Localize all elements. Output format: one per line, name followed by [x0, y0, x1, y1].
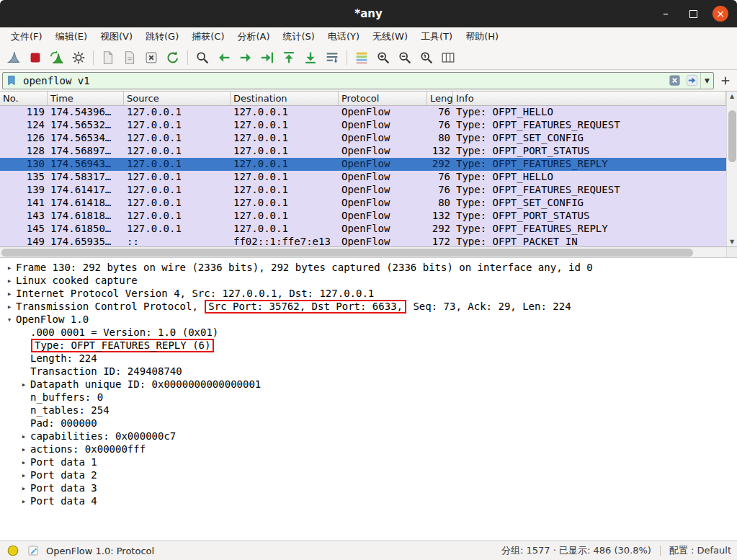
profile-text[interactable]: 配置 : Default [669, 544, 731, 557]
menu-item[interactable]: 视图(V) [94, 28, 139, 45]
packet-row-124[interactable]: 124174.56532…127.0.0.1127.0.0.1OpenFlow7… [0, 119, 726, 132]
capture-restart-button[interactable] [46, 48, 68, 68]
display-filter-input[interactable] [22, 75, 666, 86]
menu-item[interactable]: 跳转(G) [139, 28, 185, 45]
menu-item[interactable]: 捕获(C) [185, 28, 231, 45]
auto-scroll-button[interactable] [321, 48, 343, 68]
expander-right-icon[interactable]: ▸ [3, 302, 16, 311]
scroll-down-icon[interactable]: ▼ [727, 239, 737, 245]
detail-line[interactable]: n_buffers: 0 [0, 391, 737, 404]
zoom-original-button[interactable] [416, 48, 437, 68]
filter-bookmark-icon[interactable] [3, 73, 22, 89]
detail-line[interactable]: ▸Datapath unique ID: 0x0000000000000001 [0, 378, 737, 391]
expander-right-icon[interactable]: ▸ [17, 484, 30, 493]
detail-line[interactable]: Type: OFPT_FEATURES_REPLY (6) [0, 339, 737, 352]
detail-line[interactable]: ▸Port data 1 [0, 455, 737, 468]
minimize-button[interactable]: – [658, 6, 674, 22]
menu-item[interactable]: 无线(W) [366, 28, 414, 45]
menu-item[interactable]: 编辑(E) [49, 28, 94, 45]
column-header-info[interactable]: Info [453, 92, 726, 105]
detail-line[interactable]: n_tables: 254 [0, 404, 737, 417]
expander-right-icon[interactable]: ▸ [17, 497, 30, 506]
open-file-button[interactable] [97, 48, 119, 68]
expander-right-icon[interactable]: ▸ [17, 432, 30, 441]
detail-line[interactable]: ▸Linux cooked capture [0, 274, 737, 287]
vscroll-thumb[interactable] [728, 110, 736, 162]
column-header-time[interactable]: Time [48, 92, 124, 105]
column-header-protocol[interactable]: Protocol [339, 92, 427, 105]
detail-line[interactable]: ▸Internet Protocol Version 4, Src: 127.0… [0, 287, 737, 300]
expander-right-icon[interactable]: ▸ [17, 458, 30, 467]
column-header-source[interactable]: Source [124, 92, 231, 105]
detail-line[interactable]: Length: 224 [0, 352, 737, 365]
clear-filter-button[interactable] [666, 73, 683, 89]
menu-item[interactable]: 帮助(H) [459, 28, 505, 45]
resize-columns-button[interactable] [437, 48, 459, 68]
expander-down-icon[interactable]: ▾ [3, 315, 16, 324]
titlebar[interactable]: *any – × [0, 0, 737, 27]
menu-item[interactable]: 统计(S) [277, 28, 321, 45]
expander-right-icon[interactable]: ▸ [17, 445, 30, 454]
hscroll-thumb[interactable] [1, 249, 693, 257]
detail-line[interactable]: ▸actions: 0x00000fff [0, 443, 737, 455]
column-header-length[interactable]: Length [427, 92, 453, 105]
menu-item[interactable]: 工具(T) [414, 28, 459, 45]
zoom-out-button[interactable] [394, 48, 416, 68]
zoom-in-button[interactable] [372, 48, 394, 68]
filter-dropdown-caret[interactable]: ▼ [700, 73, 713, 89]
detail-line[interactable]: ▸Frame 130: 292 bytes on wire (2336 bits… [0, 261, 737, 274]
packet-row-130[interactable]: 130174.56943…127.0.0.1127.0.0.1OpenFlow2… [0, 158, 726, 171]
detail-line[interactable]: ▸Port data 3 [0, 481, 737, 494]
expander-right-icon[interactable]: ▸ [3, 276, 16, 285]
scroll-up-icon[interactable]: ▲ [727, 93, 737, 99]
close-file-button[interactable] [140, 48, 162, 68]
detail-line[interactable]: Pad: 000000 [0, 417, 737, 430]
menu-item[interactable]: 电话(Y) [321, 28, 366, 45]
maximize-button[interactable] [685, 6, 701, 22]
expander-right-icon[interactable]: ▸ [3, 263, 16, 272]
previous-packet-button[interactable] [213, 48, 235, 68]
packet-row-143[interactable]: 143174.61818…127.0.0.1127.0.0.1OpenFlow1… [0, 210, 726, 223]
expander-right-icon[interactable]: ▸ [17, 471, 30, 480]
go-to-packet-button[interactable] [256, 48, 278, 68]
packet-row-128[interactable]: 128174.56897…127.0.0.1127.0.0.1OpenFlow1… [0, 145, 726, 158]
first-packet-button[interactable] [278, 48, 300, 68]
capture-stop-button[interactable] [24, 48, 46, 68]
packet-row-126[interactable]: 126174.56534…127.0.0.1127.0.0.1OpenFlow8… [0, 132, 726, 145]
last-packet-button[interactable] [300, 48, 321, 68]
column-header-destination[interactable]: Destination [231, 92, 339, 105]
packet-list-hscrollbar[interactable] [0, 247, 737, 258]
column-header-no[interactable]: No. [0, 92, 48, 105]
capture-options-button[interactable] [68, 48, 89, 68]
close-button[interactable]: × [713, 6, 728, 22]
capture-comment-icon[interactable] [26, 543, 40, 558]
expander-right-icon[interactable]: ▸ [17, 380, 30, 389]
detail-line[interactable]: Transaction ID: 249408740 [0, 365, 737, 378]
menu-item[interactable]: 分析(A) [231, 28, 276, 45]
capture-start-button[interactable] [3, 48, 24, 68]
packet-row-149[interactable]: 149174.65935…::ff02::1:ffe7:e13OpenFlow1… [0, 236, 726, 246]
display-filter-field[interactable]: ▼ [2, 72, 714, 89]
packet-row-135[interactable]: 135174.58317…127.0.0.1127.0.0.1OpenFlow7… [0, 171, 726, 184]
packet-list-vscrollbar[interactable]: ▲ ▼ [726, 92, 737, 246]
packet-row-139[interactable]: 139174.61417…127.0.0.1127.0.0.1OpenFlow7… [0, 184, 726, 197]
detail-line[interactable]: .000 0001 = Version: 1.0 (0x01) [0, 326, 737, 339]
packet-row-145[interactable]: 145174.61850…127.0.0.1127.0.0.1OpenFlow2… [0, 223, 726, 236]
apply-filter-button[interactable] [683, 73, 700, 89]
packet-row-119[interactable]: 119174.54396…127.0.0.1127.0.0.1OpenFlow7… [0, 106, 726, 119]
detail-line[interactable]: ▸Port data 4 [0, 494, 737, 507]
add-filter-button[interactable] [716, 72, 735, 89]
expert-info-icon[interactable] [6, 543, 20, 558]
menu-item[interactable]: 文件(F) [4, 28, 49, 45]
find-packet-button[interactable] [192, 48, 213, 68]
packet-row-141[interactable]: 141174.61418…127.0.0.1127.0.0.1OpenFlow8… [0, 197, 726, 210]
save-file-button[interactable] [119, 48, 140, 68]
expander-right-icon[interactable]: ▸ [3, 289, 16, 298]
colorize-packets-button[interactable] [351, 48, 372, 68]
detail-line[interactable]: ▸Port data 2 [0, 468, 737, 481]
detail-line[interactable]: ▾OpenFlow 1.0 [0, 313, 737, 326]
reload-button[interactable] [162, 48, 184, 68]
detail-line[interactable]: ▸capabilities: 0x000000c7 [0, 430, 737, 443]
next-packet-button[interactable] [235, 48, 256, 68]
detail-line[interactable]: ▸Transmission Control Protocol, Src Port… [0, 300, 737, 313]
